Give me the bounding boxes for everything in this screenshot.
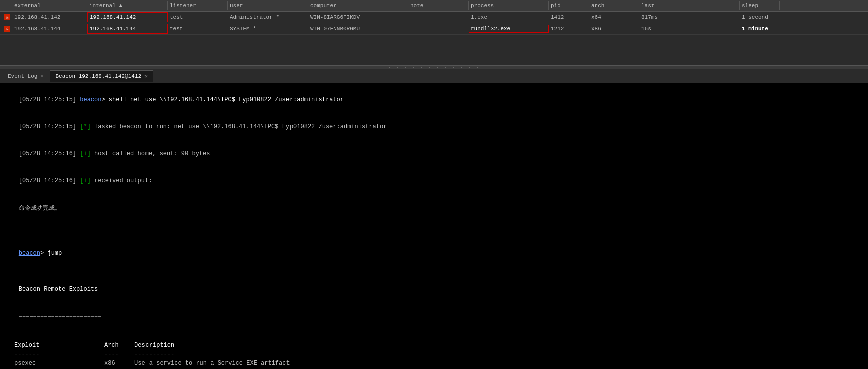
cell-sleep-1: 1 second [740,13,780,22]
term-line-3: [05/28 14:25:16] [+] host called home, s… [4,140,864,167]
row-icon-2: ☠ [2,24,12,34]
exploit-col1-header: Exploit [14,341,104,350]
tag-2: [*] [80,123,91,130]
tab-beacon-142-close[interactable]: ✕ [144,73,148,79]
beacon-link-1[interactable]: beacon [80,96,101,103]
col-external[interactable]: external [12,1,87,10]
tag-3: [+] [80,150,91,157]
exploit-sep-row: ------- ---- ----------- [14,350,864,359]
col-computer[interactable]: computer [308,1,408,10]
cell-sleep-2: 1 minute [740,24,780,33]
svg-text:☠: ☠ [6,27,9,32]
exploit-col3-header: Description [134,341,174,350]
col-sleep[interactable]: sleep [740,1,780,10]
exploit-sep-3: ----------- [134,350,174,359]
cell-process-1: 1.exe [469,13,549,22]
exploit-header-row: Exploit Arch Description [14,341,864,350]
terminal[interactable]: [05/28 14:25:15] beacon> shell net use \… [0,83,868,369]
col-last[interactable]: last [639,1,740,10]
tab-bar: Event Log ✕ Beacon 192.168.41.142@1412 ✕ [0,69,868,83]
exploit-table: Exploit Arch Description ------- ---- --… [14,341,864,369]
cell-computer-2: WIN-07FNNB0RGMU [308,24,408,33]
cell-computer-1: WIN-8IARG6FIKDV [308,13,408,22]
cell-note-2 [408,27,469,30]
row-icon-1: ☠ [2,12,12,22]
term-divider-line: ======================= [4,303,864,330]
ts-1: [05/28 14:25:15] [19,96,80,103]
top-section: external internal ▲ listener user comput… [0,0,868,65]
term-line-5: 命令成功完成。 [4,195,864,222]
prompt-jump: > jump [40,250,62,257]
tab-event-log[interactable]: Event Log ✕ [2,70,49,82]
col-user[interactable]: user [228,1,308,10]
exploit-row-psexec: psexec x86 Use a service to run a Servic… [14,359,864,368]
term-line-2: [05/28 14:25:15] [*] Tasked beacon to ru… [4,113,864,140]
tab-beacon-142[interactable]: Beacon 192.168.41.142@1412 ✕ [50,70,153,82]
term-line-4: [05/28 14:25:16] [+] received output: [4,167,864,195]
exploit-name-1: psexec [14,359,104,368]
prompt-1: > shell net use \\192.168.41.144\IPC$ Ly… [101,96,343,103]
cell-user-1: Administrator * [228,13,308,22]
empty-area [0,35,868,65]
exploit-divider: ======================= [19,313,102,320]
tab-event-log-close[interactable]: ✕ [40,73,43,79]
term-heading-line: Beacon Remote Exploits [4,276,864,303]
output-1: 命令成功完成。 [19,205,61,212]
svg-text:☠: ☠ [6,15,9,20]
text-3: host called home, sent: 90 bytes [91,150,210,157]
term-blank-1 [4,222,864,231]
table-row[interactable]: ☠ 192.168.41.142 192.168.41.142 test Adm… [0,12,868,23]
exploit-heading: Beacon Remote Exploits [19,286,98,293]
cell-external-1: 192.168.41.142 [12,13,87,22]
ts-4: [05/28 14:25:16] [19,177,80,184]
term-blank-4 [4,330,864,339]
table-header: external internal ▲ listener user comput… [0,0,868,12]
col-note[interactable]: note [408,1,469,10]
cell-last-2: 16s [639,24,740,33]
text-4: received output: [91,177,152,184]
cell-internal-2: 192.168.41.144 [87,24,168,34]
exploit-sep-2: ---- [104,350,134,359]
divider-handle: · · · · · · · · · · · · [388,65,480,70]
beacon-prompt-link[interactable]: beacon [19,250,40,257]
col-process[interactable]: process [469,1,549,10]
cell-arch-1: x64 [589,13,639,22]
text-2: Tasked beacon to run: net use \\192.168.… [91,123,387,130]
cell-pid-1: 1412 [549,13,589,22]
term-line-1: [05/28 14:25:15] beacon> shell net use \… [4,86,864,113]
col-arch[interactable]: arch [589,1,639,10]
resize-divider[interactable]: · · · · · · · · · · · · [0,65,868,69]
col-icon [2,1,12,10]
tab-event-log-label: Event Log [8,73,37,79]
exploit-col2-header: Arch [104,341,134,350]
tab-beacon-142-label: Beacon 192.168.41.142@1412 [55,73,141,79]
col-internal[interactable]: internal ▲ [87,1,168,10]
exploit-sep-1: ------- [14,350,104,359]
ts-3: [05/28 14:25:16] [19,150,80,157]
cell-listener-2: test [168,24,228,33]
cell-listener-1: test [168,13,228,22]
term-blank-3 [4,267,864,276]
cell-note-1 [408,16,469,19]
term-prompt-line: beacon> jump [4,240,864,267]
cell-user-2: SYSTEM * [228,24,308,33]
cell-internal-1: 192.168.41.142 [87,12,168,22]
exploit-arch-1: x86 [104,359,134,368]
cell-process-2: rundll32.exe [469,25,549,33]
table-row[interactable]: ☠ 192.168.41.144 192.168.41.144 test SYS… [0,23,868,35]
term-blank-2 [4,231,864,240]
col-pid[interactable]: pid [549,1,589,10]
ts-2: [05/28 14:25:15] [19,123,80,130]
cell-pid-2: 1212 [549,24,589,33]
col-listener[interactable]: listener [168,1,228,10]
cell-last-1: 817ms [639,13,740,22]
exploit-desc-1: Use a service to run a Service EXE artif… [134,359,290,368]
cell-arch-2: x86 [589,24,639,33]
cell-external-2: 192.168.41.144 [12,24,87,33]
tag-4: [+] [80,177,91,184]
